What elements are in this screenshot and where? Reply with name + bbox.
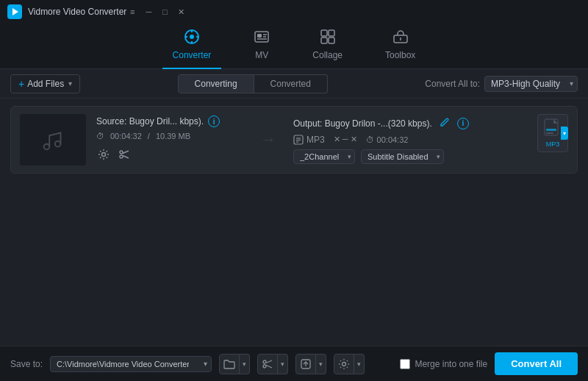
export-dropdown-arrow[interactable]: ▾	[316, 354, 326, 374]
save-path-wrapper: ▾	[50, 356, 212, 372]
clock-icon: ⏱	[96, 132, 104, 140]
svg-rect-14	[329, 30, 334, 36]
tab-converter[interactable]: Converter	[162, 23, 222, 69]
export-btn-group: ▾	[295, 354, 326, 374]
cut-dropdown-arrow[interactable]: ▾	[278, 354, 288, 374]
channel-select[interactable]: _2Channel _1Channel	[293, 149, 355, 164]
convert-tabs: Converting Converted	[86, 74, 419, 93]
close-btn[interactable]: ✕	[175, 6, 187, 18]
collage-tab-label: Collage	[312, 50, 343, 60]
main-content: Source: Bugoy Dril... kbps). i ⏱ 00:04:3…	[0, 99, 588, 346]
toolbox-icon	[392, 29, 409, 47]
plus-icon: +	[18, 78, 24, 90]
file-size: 10.39 MB	[156, 132, 190, 140]
merge-checkbox[interactable]	[400, 359, 410, 369]
svg-point-34	[263, 365, 266, 368]
clock-output-icon: ⏱	[366, 135, 374, 144]
convert-all-button[interactable]: Convert All	[495, 352, 578, 375]
maximize-btn[interactable]: □	[159, 6, 171, 18]
output-edit-button[interactable]	[438, 115, 451, 131]
tab-collage[interactable]: Collage	[302, 23, 353, 69]
convert-arrow-icon: →	[260, 130, 276, 149]
converted-tab[interactable]: Converted	[254, 74, 328, 93]
converting-tab[interactable]: Converting	[178, 74, 254, 93]
tab-toolbox[interactable]: Toolbox	[375, 23, 426, 69]
mv-tab-label: MV	[255, 50, 268, 60]
folder-dropdown-arrow[interactable]: ▾	[240, 354, 250, 374]
svg-rect-32	[546, 132, 553, 134]
svg-line-25	[123, 156, 129, 159]
settings-dropdown-arrow[interactable]: ▾	[354, 354, 365, 374]
settings-action-btn[interactable]	[96, 147, 111, 164]
cut-button[interactable]	[257, 354, 278, 374]
nav-tabs: Converter MV Collage	[0, 24, 588, 69]
save-path-input[interactable]	[50, 356, 212, 372]
title-bar: Vidmore Video Converter ≡ ─ □ ✕	[0, 0, 588, 24]
file-source: Source: Bugoy Dril... kbps). i ⏱ 00:04:3…	[96, 114, 243, 165]
save-to-label: Save to:	[10, 359, 43, 369]
svg-point-22	[120, 151, 123, 154]
menu-btn[interactable]: ≡	[126, 6, 138, 18]
file-duration: 00:04:32	[110, 132, 142, 140]
svg-rect-9	[257, 34, 262, 38]
file-actions	[96, 147, 243, 164]
channel-select-wrapper: _2Channel _1Channel	[293, 149, 355, 164]
format-select[interactable]: MP3-High Quality MP4 MKV AVI	[484, 76, 578, 92]
add-files-label: Add Files	[27, 79, 64, 89]
svg-line-36	[266, 365, 272, 368]
export-button[interactable]	[295, 354, 316, 374]
svg-point-33	[263, 360, 266, 363]
converter-tab-label: Converter	[173, 50, 212, 60]
format-select-wrapper: MP3-High Quality MP4 MKV AVI	[484, 76, 578, 92]
output-info-icon[interactable]: i	[457, 118, 469, 129]
svg-point-39	[343, 362, 346, 366]
svg-point-21	[102, 153, 106, 157]
svg-rect-15	[321, 38, 327, 43]
file-output: Output: Bugoy Drilon -...(320 kbps). i	[293, 114, 527, 165]
svg-rect-31	[546, 129, 556, 131]
svg-point-20	[55, 141, 61, 147]
cut-btn-group: ▾	[257, 354, 288, 374]
settings-btn-group: ▾	[334, 354, 365, 374]
converter-icon	[184, 29, 200, 47]
svg-line-35	[266, 360, 272, 363]
output-duration: 00:04:32	[377, 135, 409, 144]
mv-icon	[254, 29, 270, 47]
output-format-row: MP3 ✕ ─ ✕ ⏱ 00:04:32	[293, 135, 527, 145]
cut-action-btn[interactable]	[117, 147, 132, 164]
subtitle-select[interactable]: Subtitle Disabled Subtitle Enabled	[361, 149, 444, 164]
merge-checkbox-area: Merge into one file	[400, 359, 487, 369]
output-format-thumb[interactable]: MP3 ▾	[537, 114, 568, 152]
file-thumbnail	[20, 114, 86, 165]
svg-point-19	[44, 144, 50, 150]
app-title: Vidmore Video Converter	[28, 7, 126, 17]
settings-button[interactable]	[334, 354, 354, 374]
folder-btn-group: ▾	[219, 354, 250, 374]
collage-icon	[320, 29, 336, 47]
window-controls: ≡ ─ □ ✕	[126, 6, 187, 18]
convert-all-to: Convert All to: MP3-High Quality MP4 MKV…	[425, 76, 578, 92]
merge-label[interactable]: Merge into one file	[415, 359, 487, 369]
convert-all-to-label: Convert All to:	[425, 79, 480, 89]
source-info-icon[interactable]: i	[208, 115, 220, 127]
minimize-btn[interactable]: ─	[143, 6, 154, 18]
file-item: Source: Bugoy Dril... kbps). i ⏱ 00:04:3…	[10, 106, 578, 174]
output-controls-row: _2Channel _1Channel Subtitle Disabled Su…	[293, 149, 527, 164]
tab-mv[interactable]: MV	[243, 23, 280, 69]
app-logo	[7, 4, 22, 19]
cut-display-icon: ✕ ─ ✕	[334, 135, 357, 144]
subtitle-select-wrapper: Subtitle Disabled Subtitle Enabled	[361, 149, 444, 164]
output-filename: Output: Bugoy Drilon -...(320 kbps).	[293, 118, 432, 129]
output-format-label: MP3	[306, 135, 325, 145]
thumb-dropdown-arrow[interactable]: ▾	[561, 127, 568, 140]
output-header: Output: Bugoy Drilon -...(320 kbps). i	[293, 115, 527, 131]
svg-rect-13	[321, 30, 327, 36]
add-files-dropdown-arrow[interactable]: ▾	[68, 79, 72, 88]
arrow-section: →	[254, 114, 283, 165]
toolbar: + Add Files ▾ Converting Converted Conve…	[0, 69, 588, 99]
toolbox-tab-label: Toolbox	[385, 50, 415, 60]
add-files-button[interactable]: + Add Files ▾	[10, 74, 80, 93]
file-info-row: ⏱ 00:04:32 / 10.39 MB	[96, 132, 243, 140]
open-folder-button[interactable]	[219, 354, 240, 374]
bottom-bar: Save to: ▾ ▾ ▾	[0, 346, 588, 381]
